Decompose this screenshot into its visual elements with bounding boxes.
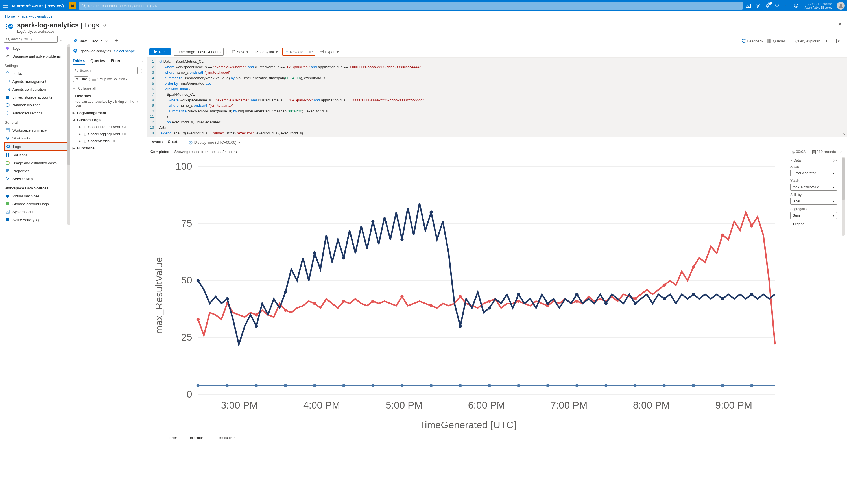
tree-sparkmetrics[interactable]: ▶⊞SparkMetrics_CL (70, 138, 145, 145)
svg-point-107 (634, 297, 637, 301)
query-top-actions: Feedback Queries Query explorer ▾ (741, 39, 847, 43)
nav-item-solutions[interactable]: Solutions (4, 151, 68, 159)
brand-title[interactable]: Microsoft Azure (Preview) (12, 3, 64, 8)
expand-results-icon[interactable]: ⤢ (840, 150, 843, 154)
nav-item-workbooks[interactable]: Workbooks (4, 134, 68, 142)
tree-sparklogging[interactable]: ▶⊞SparkLoggingEvent_CL (70, 130, 145, 138)
tab-filter[interactable]: Filter (111, 58, 120, 65)
kql-editor[interactable]: 1234567891011121314 let Data = SparkMetr… (146, 57, 847, 137)
tree-functions[interactable]: ▶Functions (70, 145, 145, 151)
global-search-input[interactable] (88, 4, 740, 8)
close-blade-icon[interactable]: ✕ (838, 21, 842, 28)
nav-item-service-map[interactable]: Service Map (4, 175, 68, 183)
tab-tables[interactable]: Tables (73, 58, 85, 65)
tree-customlogs[interactable]: ◢Custom Logs (70, 116, 145, 123)
select-scope-link[interactable]: Select scope (114, 49, 135, 53)
legend-driver[interactable]: driver (162, 436, 177, 440)
tree-logmanagement[interactable]: ▶LogManagement (70, 109, 145, 116)
notifications-icon[interactable]: 7 (764, 3, 770, 8)
nav-item-storage-accounts-logs[interactable]: Storage accounts logs (4, 200, 68, 208)
global-search[interactable] (79, 2, 742, 10)
chart-pane-scrollbar[interactable] (842, 157, 845, 236)
nav-scrollbar[interactable] (68, 44, 70, 225)
nav-item-agents-configuration[interactable]: Agents configuration (4, 85, 68, 93)
nav-item-azure-activity-log[interactable]: Azure Activity log (4, 216, 68, 223)
nav-item-logs[interactable]: Logs (4, 142, 68, 151)
run-button[interactable]: Run (149, 48, 171, 55)
nav-item-diagnose-and-solve-problems[interactable]: Diagnose and solve problems (4, 52, 68, 60)
display-time-selector[interactable]: Display time (UTC+00:00) ▾ (188, 140, 240, 145)
editor-collapse-up-icon[interactable]: ︽ (842, 130, 845, 136)
help-icon[interactable]: ? (784, 3, 789, 8)
more-actions-icon[interactable]: ⋯ (343, 49, 350, 55)
nav-item-usage-and-estimated-costs[interactable]: Usage and estimated costs (4, 159, 68, 167)
svg-rect-25 (6, 153, 7, 155)
add-query-tab[interactable]: + (111, 38, 122, 44)
avatar[interactable] (837, 2, 845, 10)
chart-data-header[interactable]: Data (794, 158, 801, 162)
copy-link-button[interactable]: Copy link ▾ (253, 49, 280, 55)
tables-more-icon[interactable]: ⋮ (140, 69, 143, 73)
agg-select[interactable]: Sum▾ (790, 212, 837, 219)
cloud-shell-icon[interactable] (745, 3, 751, 8)
nav-item-tags[interactable]: Tags (4, 44, 68, 52)
nav-item-properties[interactable]: Properties (4, 167, 68, 175)
tables-search-input[interactable] (80, 69, 135, 73)
save-button[interactable]: Save ▾ (230, 49, 250, 55)
panel-layout-icon[interactable]: ▾ (832, 39, 840, 43)
export-button[interactable]: Export ▾ (318, 49, 341, 55)
legend-header[interactable]: ›Legend (790, 222, 837, 226)
tables-search[interactable] (73, 67, 138, 74)
svg-point-94 (255, 313, 258, 316)
chart-pane-expand-icon[interactable]: ≫ (833, 158, 837, 162)
new-alert-rule-button[interactable]: ＋ New alert rule (282, 48, 316, 56)
tab-queries[interactable]: Queries (90, 58, 105, 65)
nav-item-locks[interactable]: Locks (4, 70, 68, 77)
tab-chart[interactable]: Chart (168, 140, 177, 145)
query-settings-icon[interactable] (824, 39, 828, 43)
queries-link[interactable]: Queries (767, 39, 786, 43)
xaxis-select[interactable]: TimeGenerated▾ (790, 170, 837, 177)
collapse-tables-pane-icon[interactable]: « (141, 60, 143, 63)
editor-minimap-icon[interactable]: — (842, 59, 845, 65)
tab-results[interactable]: Results (150, 140, 163, 145)
nav-scroll-thumb[interactable] (68, 47, 70, 165)
nav-search-input[interactable] (10, 37, 55, 41)
collapse-all[interactable]: Collapse all (70, 85, 145, 92)
collapse-nav-icon[interactable]: « (60, 38, 62, 42)
close-tab-icon[interactable]: ✕ (105, 39, 108, 43)
crumb-workspace[interactable]: spark-log-analytics (21, 14, 52, 18)
legend-executor2[interactable]: executor 2 (212, 436, 235, 440)
crumb-home[interactable]: Home (5, 14, 15, 18)
nav-item-agents-management[interactable]: Agents management (4, 77, 68, 85)
bug-icon[interactable] (69, 2, 76, 9)
yaxis-select[interactable]: max_ResultValue▾ (790, 184, 837, 191)
tree-sparklistener[interactable]: ▶⊞SparkListenerEvent_CL (70, 123, 145, 130)
time-range-picker[interactable]: Time range : Last 24 hours (174, 48, 223, 56)
nav-search[interactable] (4, 36, 58, 43)
pin-icon[interactable] (103, 21, 107, 29)
solutions-icon (5, 153, 10, 157)
feedback-link[interactable]: Feedback (741, 39, 763, 43)
chart-format-pane: ▾Data≫ X axis TimeGenerated▾ Y axis max_… (787, 157, 840, 442)
filter-pill[interactable]: Filter (73, 76, 90, 83)
directory-filter-icon[interactable] (755, 3, 761, 8)
xaxis-label: X axis (790, 165, 837, 168)
nav-item-workspace-summary[interactable]: Workspace summary (4, 126, 68, 134)
query-tab-1[interactable]: New Query 1* ✕ (70, 36, 111, 46)
nav-item-advanced-settings[interactable]: Advanced settings (4, 109, 68, 117)
splitby-select[interactable]: label▾ (790, 198, 837, 205)
editor-code[interactable]: let Data = SparkMetrics_CL | where works… (156, 58, 847, 137)
query-explorer-link[interactable]: Query explorer (790, 39, 819, 43)
nav-item-virtual-machines[interactable]: Virtual machines (4, 192, 68, 200)
account-info[interactable]: Account Name Azure Active Directory (805, 2, 832, 9)
nav-item-network-isolation[interactable]: Network Isolation (4, 101, 68, 109)
groupby-dropdown[interactable]: Group by: Solution ▾ (92, 76, 128, 83)
nav-item-linked-storage-accounts[interactable]: Linked storage accounts (4, 93, 68, 101)
settings-icon[interactable] (774, 3, 780, 8)
nav-item-system-center[interactable]: System Center (4, 208, 68, 216)
legend-executor1[interactable]: executor 1 (183, 436, 206, 440)
feedback-smile-icon[interactable] (793, 3, 799, 8)
hamburger-icon[interactable] (2, 4, 9, 7)
chart-pane-scroll-thumb[interactable] (842, 158, 845, 200)
